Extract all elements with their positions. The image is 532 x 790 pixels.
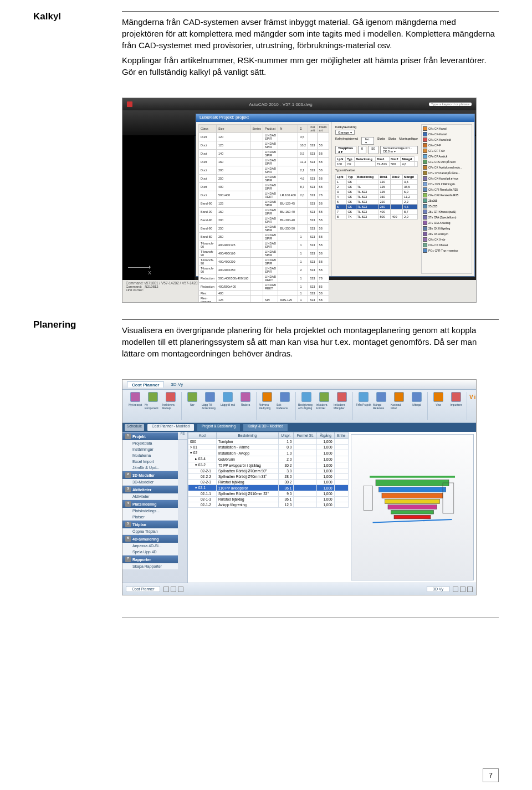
ribbon-button[interactable]: Importera	[448, 392, 464, 420]
palette-item[interactable]: PO» CFR Tror n-service	[423, 248, 470, 253]
ribbon-button[interactable]: Mängd Referens	[373, 392, 390, 420]
palette-item[interactable]: 25x265	[423, 198, 470, 203]
lpfk-table[interactable]: LpfkTypBeteckningDim1Dim2Mängd1CK1203,52…	[335, 174, 418, 220]
sidebar-section-head[interactable]: 23D-Modeller	[122, 471, 178, 479]
sidebar-section-head[interactable]: 5Tidplan	[122, 521, 178, 528]
sidebar-link[interactable]: Excel Import	[122, 458, 178, 465]
footer-icon[interactable]	[163, 587, 169, 592]
footer-icon[interactable]	[467, 587, 473, 592]
palette-item[interactable]: CF» CK Avstick med redu...	[423, 165, 470, 170]
palette-item[interactable]: CH» CH-Kanal på råme...	[423, 170, 470, 176]
palette-item[interactable]: 27» CFA Ankoling	[423, 220, 470, 226]
footer-tab-cost[interactable]: Cost Planner	[126, 586, 160, 592]
sidebar-link[interactable]: Skapa Rapporter	[122, 563, 178, 569]
sidebar-link[interactable]: Jämför & Upd...	[122, 465, 178, 471]
palette-item[interactable]: CK» CK-Kanal på el-sys	[423, 176, 470, 181]
footer-icon[interactable]	[171, 587, 176, 592]
vico-subtabs[interactable]: Schedule Cost Planner - Modified Projekt…	[122, 423, 476, 432]
element-type-palette[interactable]: CK» CK-KanalCK» CK-KanalCK» CK-Kanal edt…	[421, 124, 472, 274]
ribbon-button[interactable]: Inkludera Formler	[316, 392, 332, 420]
palette-item[interactable]: CK» CK-Kanal	[423, 126, 470, 131]
ribbon-button[interactable]: Inaktivera Recept	[162, 392, 179, 420]
sidebar-link[interactable]: Modulerna	[122, 452, 178, 458]
lubekalk-titlebar: LubeKalk Projekt: projekt	[196, 114, 474, 122]
sidebar-section-head[interactable]: 64D-Simulering	[122, 535, 178, 543]
ribbon-button[interactable]: Ny komponent	[145, 392, 161, 420]
palette-item[interactable]: CK» CK-Kanal edt	[423, 137, 470, 142]
sidebar-section-head[interactable]: 4Platsindeling	[122, 500, 178, 508]
palette-item[interactable]: CK» CK Khuset	[423, 242, 470, 248]
sidebar-section-head[interactable]: 7Rapporter	[122, 555, 178, 563]
palette-item[interactable]: CF» CF2 Renskulla.R25	[423, 192, 470, 198]
sidebar-link[interactable]: Inställningar	[122, 446, 178, 452]
palette-item[interactable]: 25x355	[423, 203, 470, 209]
input-50[interactable]: 50	[368, 146, 378, 154]
sidebar-link[interactable]: Aktiviteter	[122, 493, 178, 500]
ribbon-button[interactable]: Beskrivning och Åtgäng	[298, 392, 315, 420]
palette-item[interactable]: 29» CK Antisym	[423, 231, 470, 237]
input-iso[interactable]: Iso. ▾	[361, 137, 374, 145]
vico-tabbar[interactable]: Cost Planner 3D-Vy	[122, 380, 476, 390]
sidebar-link[interactable]: 3D-Modeller	[122, 479, 178, 485]
windows-taskbar[interactable]: Start	[122, 302, 476, 303]
palette-item[interactable]: 28» CK Killigeling	[423, 226, 470, 231]
palette-item[interactable]: 27» CFA (Specialform)	[423, 215, 470, 220]
dropdown-garage[interactable]: Garage ▾	[335, 130, 355, 135]
ribbon-button[interactable]: Inkludera Mängder	[334, 392, 350, 420]
ribbon-button[interactable]: Visa	[430, 392, 447, 420]
footer-icon[interactable]	[453, 587, 458, 592]
ribbon-icon	[433, 392, 443, 402]
search-input[interactable]: Type a keyword or phrase	[429, 103, 472, 106]
ribbon-button[interactable]: Sök Referens	[277, 392, 293, 420]
screenshot-vico-cost-planner: Cost Planner 3D-Vy Nytt receptNy kompone…	[122, 379, 477, 595]
dropdown-montage[interactable]: Normalmontage kl:>.. CK:0 m ▾	[380, 146, 418, 154]
material-table[interactable]: ClassSizeSeriesProductNΣInst unitIntern …	[198, 124, 329, 303]
ribbon-button[interactable]: Aktivera Radtyring	[259, 392, 275, 420]
cost-sheet[interactable]: KodBeskrivningUrspr.Formel St.ÅtgångEnhe…	[188, 432, 349, 583]
filter-table[interactable]: LpfkTypBeteckningDim1Dim2Mängd 100CKTL-8…	[335, 156, 418, 167]
ribbon-button[interactable]: Lägg till rad	[219, 392, 236, 420]
ribbon-button[interactable]: Från Projekt	[355, 392, 372, 420]
3d-viewport[interactable]	[351, 434, 474, 580]
ribbon-button[interactable]: Nytt recept	[127, 392, 144, 420]
vico-ribbon[interactable]: Nytt receptNy komponentInaktivera Recept…	[122, 390, 476, 423]
palette-item[interactable]: CK» CK-Kanal	[423, 131, 470, 137]
sidebar-link[interactable]: Anpassa 4D-Si...	[122, 543, 178, 549]
footer-tab-3d[interactable]: 3D Vy	[427, 586, 449, 592]
ribbon-button[interactable]: Mängd	[408, 392, 425, 420]
section-heading-kalkyl: Kalkyl	[33, 11, 122, 81]
footer-icon[interactable]	[178, 587, 183, 592]
palette-item[interactable]: CK» CK X-rör	[423, 237, 470, 242]
sidebar-link[interactable]: Platsindelings...	[122, 508, 178, 514]
palette-item[interactable]: CK» CFI Renskulla.R25	[423, 187, 470, 192]
ribbon-button[interactable]: Kostnad Filter	[391, 392, 407, 420]
ribbon-icon	[301, 392, 311, 402]
tab-3d-vy[interactable]: 3D-Vy	[166, 381, 187, 388]
footer-icon[interactable]	[460, 587, 466, 592]
sidebar-section-head[interactable]: 1Projekt	[122, 432, 178, 440]
ribbon-button[interactable]: Radera	[237, 392, 254, 420]
acad-model-viewport[interactable]: X	[122, 136, 195, 280]
ribbon-icon	[241, 392, 250, 402]
palette-item[interactable]: CK» CF-F	[423, 142, 470, 148]
tab-cost-planner[interactable]: Cost Planner	[127, 381, 164, 388]
palette-item[interactable]: CF» CF Avstick	[423, 154, 470, 159]
palette-item[interactable]: 26» CFI Khuset (avd1)	[423, 209, 470, 215]
sidebar-link[interactable]: Spela Upp 4D	[122, 549, 178, 555]
palette-item[interactable]: CF» CFS Dim på form	[423, 159, 470, 165]
svg-rect-0	[376, 480, 449, 486]
dropdown-trapphus[interactable]: Trapphus 3 ▾	[335, 146, 356, 154]
acad-menu-icon[interactable]	[127, 101, 132, 107]
sidebar-link[interactable]: Projektdata	[122, 440, 178, 446]
palette-item[interactable]: CH» CFS Infällningsb.	[423, 181, 470, 187]
ribbon-button[interactable]: Ner	[184, 392, 201, 420]
sidebar-link[interactable]: Öppna Tidplan	[122, 528, 178, 534]
ribbon-button[interactable]: Lägg Till Anteckning	[202, 392, 218, 420]
sidebar-section-head[interactable]: 3Aktiviteter	[122, 486, 178, 493]
cost-sheet-table[interactable]: KodBeskrivningUrspr.Formel St.ÅtgångEnhe…	[188, 432, 349, 508]
input-0[interactable]: 0	[358, 146, 366, 154]
sidebar-link[interactable]: Platser	[122, 514, 178, 520]
vico-sidebar[interactable]: 1ProjektProjektdataInställningarModulern…	[122, 432, 178, 583]
palette-item[interactable]: CF» CF T-rör	[423, 148, 470, 154]
lubekalk-window[interactable]: LubeKalk Projekt: projekt ClassSizeSerie…	[196, 114, 475, 277]
